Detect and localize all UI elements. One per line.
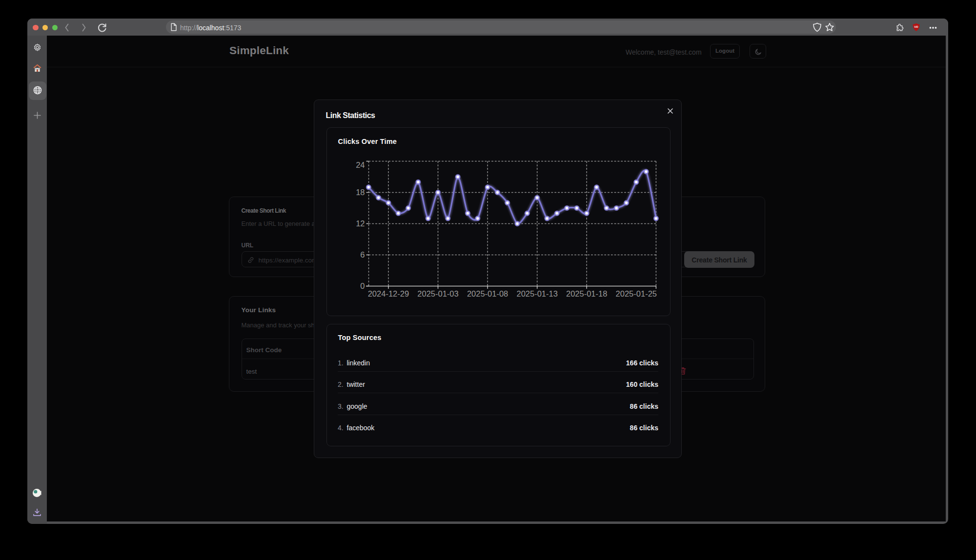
svg-text:2025-01-18: 2025-01-18 [566, 289, 607, 298]
svg-text:12: 12 [356, 219, 365, 228]
svg-text:2025-01-08: 2025-01-08 [467, 289, 508, 298]
svg-text:2025-01-13: 2025-01-13 [516, 289, 557, 298]
svg-text:2025-01-03: 2025-01-03 [417, 289, 458, 298]
svg-text:6: 6 [360, 250, 365, 259]
svg-text:2024-12-29: 2024-12-29 [368, 289, 409, 298]
svg-text:18: 18 [356, 188, 365, 197]
svg-text:2025-01-25: 2025-01-25 [616, 289, 657, 298]
svg-text:0: 0 [360, 281, 365, 290]
svg-text:UO: UO [914, 25, 918, 28]
svg-text:24: 24 [356, 160, 365, 169]
